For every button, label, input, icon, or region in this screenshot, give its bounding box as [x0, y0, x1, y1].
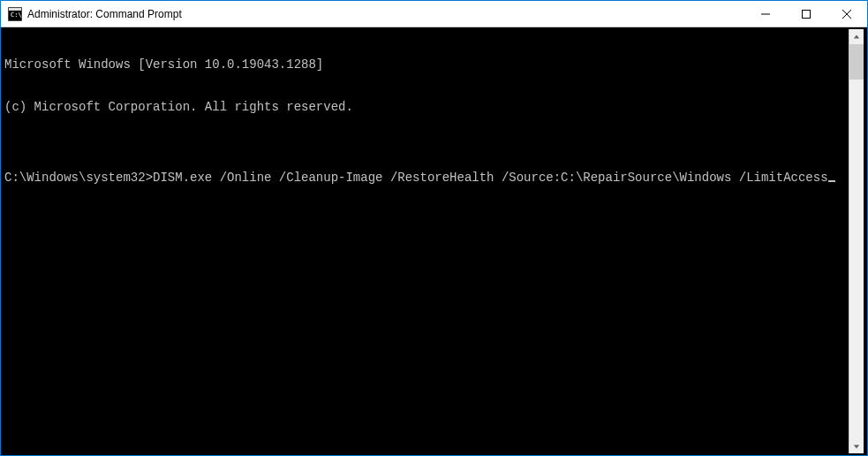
scrollbar-down-button[interactable] [849, 438, 864, 453]
terminal-prompt-line: C:\Windows\system32>DISM.exe /Online /Cl… [4, 171, 849, 185]
svg-rect-4 [803, 10, 811, 18]
scrollbar-up-button[interactable] [849, 29, 864, 44]
command-prompt-window: C:\ Administrator: Command Prompt Micros… [0, 0, 868, 456]
command-input[interactable]: DISM.exe /Online /Cleanup-Image /Restore… [153, 171, 828, 185]
scrollbar-track[interactable] [849, 44, 864, 438]
terminal-content: Microsoft Windows [Version 10.0.19043.12… [4, 29, 849, 453]
maximize-button[interactable] [786, 1, 826, 27]
terminal-body[interactable]: Microsoft Windows [Version 10.0.19043.12… [1, 27, 867, 455]
vertical-scrollbar[interactable] [849, 29, 864, 453]
terminal-line: (c) Microsoft Corporation. All rights re… [4, 100, 849, 114]
svg-text:C:\: C:\ [11, 11, 22, 19]
cursor [828, 180, 835, 182]
minimize-button[interactable] [745, 1, 786, 27]
scrollbar-thumb[interactable] [849, 44, 864, 80]
window-controls [745, 1, 867, 27]
titlebar[interactable]: C:\ Administrator: Command Prompt [1, 1, 867, 27]
prompt: C:\Windows\system32> [4, 171, 153, 185]
svg-marker-8 [854, 445, 859, 448]
window-title: Administrator: Command Prompt [27, 8, 745, 20]
close-button[interactable] [826, 1, 867, 27]
cmd-icon: C:\ [8, 7, 22, 21]
svg-rect-1 [9, 8, 21, 11]
svg-marker-7 [854, 34, 859, 38]
terminal-line: Microsoft Windows [Version 10.0.19043.12… [4, 57, 849, 72]
